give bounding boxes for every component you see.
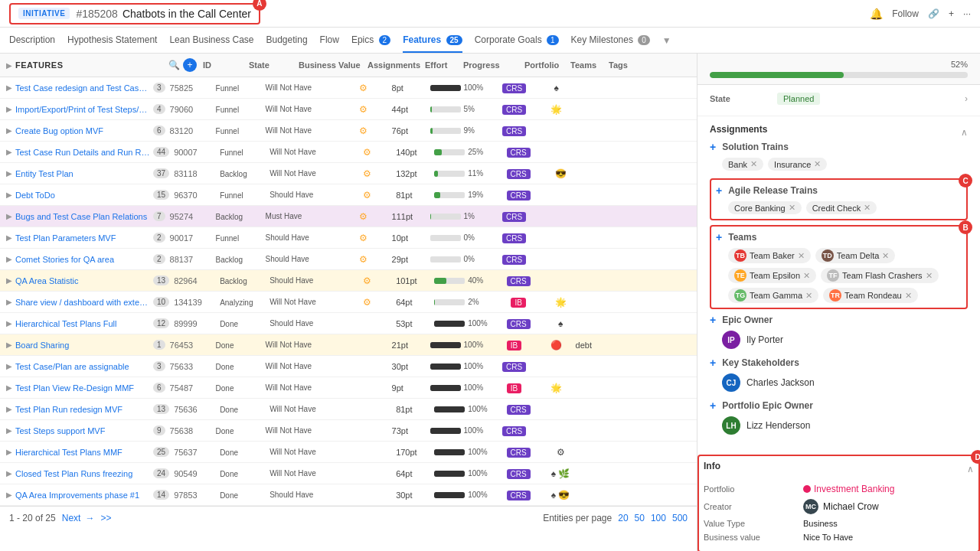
progress-bar-inner: [434, 492, 465, 498]
tab-hypothesis[interactable]: Hypothesis Statement: [67, 28, 157, 53]
row-progress: 100%: [430, 83, 492, 92]
portfolio-info-value[interactable]: Investment Banking: [803, 484, 894, 494]
table-row[interactable]: ▶ QA Area Improvements phase #1 14 97853…: [0, 484, 697, 506]
per-page-500[interactable]: 500: [672, 513, 688, 523]
row-expand-icon[interactable]: ▶: [6, 276, 12, 285]
more-tabs-btn[interactable]: ▼: [662, 35, 671, 46]
tab-description[interactable]: Description: [9, 28, 55, 53]
row-expand-icon[interactable]: ▶: [6, 426, 12, 435]
tab-budgeting[interactable]: Budgeting: [266, 28, 308, 53]
row-expand-icon[interactable]: ▶: [6, 383, 12, 392]
row-expand-icon[interactable]: ▶: [6, 448, 12, 456]
assignments-collapse-icon[interactable]: ∧: [961, 127, 968, 138]
table-row[interactable]: ▶ Closed Test Plan Runs freezing 24 9054…: [0, 463, 697, 484]
row-expand-icon[interactable]: ▶: [6, 341, 12, 349]
row-expand-icon[interactable]: ▶: [6, 319, 12, 328]
row-expand-icon[interactable]: ▶: [6, 469, 12, 478]
search-icon[interactable]: 🔍: [168, 60, 180, 70]
key-stakeholders-add-button[interactable]: +: [710, 357, 716, 369]
pagination-last[interactable]: >>: [100, 513, 111, 523]
table-row[interactable]: ▶ QA Area Statistic 13 82964 Backlog Sho…: [0, 270, 697, 292]
table-row[interactable]: ▶ Test Case/Plan are assignable 3 75633 …: [0, 356, 697, 377]
table-row[interactable]: ▶ Entity Test Plan 37 83118 Backlog Will…: [0, 163, 697, 184]
row-expand-icon[interactable]: ▶: [6, 105, 12, 113]
row-assignments: ⚙: [335, 126, 392, 136]
add-icon[interactable]: +: [949, 8, 954, 19]
row-title: Test Steps support MVF: [15, 426, 153, 435]
table-row[interactable]: ▶ Create Bug option MVF 6 83120 Funnel W…: [0, 120, 697, 142]
more-icon[interactable]: ···: [963, 8, 971, 19]
table-header-actions: 🔍 +: [168, 58, 197, 72]
row-state: Done: [220, 448, 270, 457]
remove-team-gamma-button[interactable]: ✕: [805, 291, 812, 301]
progress-pct: 100%: [464, 341, 484, 349]
right-panel: 52% State Planned › Assignments ∧ +: [697, 54, 980, 551]
row-emoji: 🌟: [555, 297, 567, 308]
row-effort: 111pt: [392, 212, 430, 221]
remove-core-banking-button[interactable]: ✕: [789, 203, 795, 213]
table-row[interactable]: ▶ Hierarchical Test Plans MMF 25 75637 D…: [0, 442, 697, 463]
art-add-button[interactable]: +: [716, 184, 722, 197]
row-expand-icon[interactable]: ▶: [6, 191, 12, 199]
row-effort: 29pt: [392, 255, 430, 264]
row-expand-icon[interactable]: ▶: [6, 491, 12, 499]
tab-flow[interactable]: Flow: [320, 28, 339, 53]
tab-corporate-goals[interactable]: Corporate Goals 1: [475, 28, 559, 53]
table-row[interactable]: ▶ Bugs and Test Case Plan Relations 7 95…: [0, 206, 697, 227]
row-emoji: ♠ 😎: [551, 490, 570, 500]
remove-bank-button[interactable]: ✕: [750, 159, 757, 169]
table-row[interactable]: ▶ Comet Stories for QA area 2 88137 Back…: [0, 249, 697, 270]
table-row[interactable]: ▶ Test Case Run Details and Run Results …: [0, 142, 697, 163]
row-expand-icon[interactable]: ▶: [6, 169, 12, 178]
remove-team-delta-button[interactable]: ✕: [882, 251, 889, 261]
row-expand-icon[interactable]: ▶: [6, 233, 12, 242]
table-row[interactable]: ▶ Test Plan View Re-Design MMF 6 75487 D…: [0, 377, 697, 399]
row-count: 14: [153, 490, 169, 500]
row-expand-icon[interactable]: ▶: [6, 126, 12, 135]
remove-credit-check-button[interactable]: ✕: [864, 203, 871, 213]
remove-team-baker-button[interactable]: ✕: [798, 251, 805, 261]
row-portfolio: CRS: [492, 255, 537, 264]
remove-insurance-button[interactable]: ✕: [814, 159, 821, 169]
row-expand-icon[interactable]: ▶: [6, 405, 12, 413]
pagination-next[interactable]: Next →: [62, 513, 95, 523]
row-title: Import/Export/Print of Test Steps/Cases …: [15, 105, 153, 114]
epic-owner-add-button[interactable]: +: [710, 314, 716, 326]
expand-all-icon[interactable]: ▶: [6, 61, 12, 70]
per-page-50[interactable]: 50: [635, 513, 645, 523]
table-row[interactable]: ▶ Debt ToDo 15 96370 Funnel Should Have …: [0, 184, 697, 206]
row-expand-icon[interactable]: ▶: [6, 148, 12, 156]
table-row[interactable]: ▶ Test Plan Parameters MVF 2 90017 Funne…: [0, 227, 697, 249]
table-row[interactable]: ▶ Test Plan Run redesign MVF 13 75636 Do…: [0, 399, 697, 420]
follow-button[interactable]: Follow: [892, 8, 919, 19]
remove-team-rondeau-button[interactable]: ✕: [905, 291, 912, 301]
per-page-20[interactable]: 20: [618, 513, 628, 523]
add-feature-button[interactable]: +: [183, 58, 197, 72]
tab-epics[interactable]: Epics 2: [351, 28, 390, 53]
row-expand-icon[interactable]: ▶: [6, 255, 12, 263]
row-expand-icon[interactable]: ▶: [6, 212, 12, 220]
portfolio-epic-owner-add-button[interactable]: +: [710, 399, 716, 412]
row-progress: 9%: [430, 126, 492, 135]
state-expand-icon[interactable]: ›: [965, 93, 968, 104]
table-row[interactable]: ▶ Hierarchical Test Plans Full 12 89999 …: [0, 313, 697, 334]
info-collapse-icon[interactable]: ∧: [967, 464, 974, 474]
tab-features[interactable]: Features 25: [403, 28, 462, 53]
solution-trains-add-button[interactable]: +: [710, 141, 716, 153]
row-expand-icon[interactable]: ▶: [6, 362, 12, 370]
remove-team-epsilon-button[interactable]: ✕: [803, 271, 810, 281]
tab-key-milestones[interactable]: Key Milestones 0: [571, 28, 650, 53]
tab-lean[interactable]: Lean Business Case: [169, 28, 253, 53]
link-icon[interactable]: 🔗: [928, 8, 939, 19]
table-row[interactable]: ▶ Test Case redesign and Test Case Run M…: [0, 77, 697, 99]
row-expand-icon[interactable]: ▶: [6, 83, 12, 92]
per-page-100[interactable]: 100: [651, 513, 666, 523]
table-row[interactable]: ▶ Share view / dashboard with external u…: [0, 292, 697, 313]
progress-bar-wrap: [434, 406, 465, 412]
table-row[interactable]: ▶ Import/Export/Print of Test Steps/Case…: [0, 99, 697, 120]
row-expand-icon[interactable]: ▶: [6, 298, 12, 306]
table-row[interactable]: ▶ Test Steps support MVF 9 75638 Done Wi…: [0, 420, 697, 442]
teams-add-button[interactable]: +: [716, 231, 722, 243]
table-row[interactable]: ▶ Board Sharing 1 76453 Done Will Not Ha…: [0, 334, 697, 356]
remove-team-flash-button[interactable]: ✕: [926, 271, 933, 281]
